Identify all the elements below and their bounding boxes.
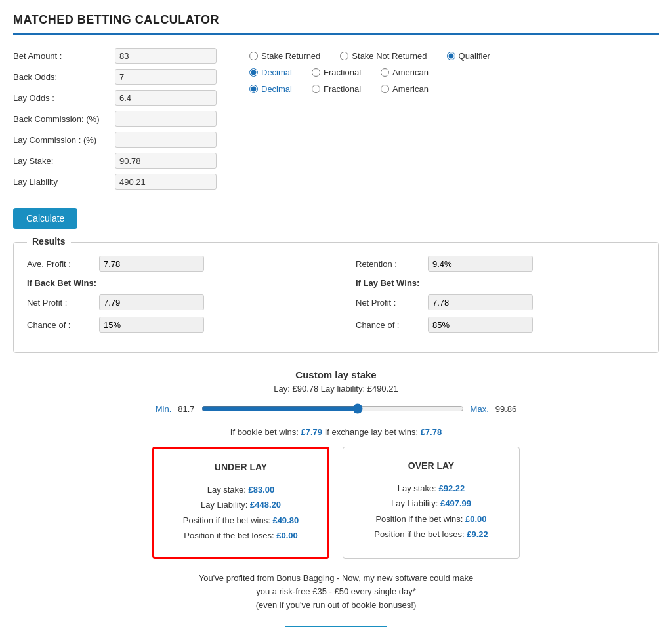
- lay-american-label: American: [392, 84, 429, 94]
- back-american-label: American: [392, 68, 429, 77]
- stake-not-returned-radio[interactable]: [340, 52, 348, 60]
- lay-decimal-label: Decimal: [261, 84, 292, 94]
- lay-odds-label: Lay Odds :: [13, 93, 115, 103]
- bet-amount-row: Bet Amount :: [13, 48, 223, 64]
- lay-commission-label: Lay Commission : (%): [13, 135, 115, 145]
- lay-chance-row: Chance of :: [356, 317, 645, 333]
- results-legend: Results: [27, 236, 71, 247]
- lay-commission-row: Lay Commission : (%): [13, 132, 223, 148]
- back-odds-input[interactable]: [115, 69, 217, 85]
- bet-amount-input[interactable]: [115, 48, 217, 64]
- lay-net-profit-row: Net Profit :: [356, 294, 645, 310]
- retention-label: Retention :: [356, 259, 428, 269]
- lay-liability-label: Lay Liability: [13, 177, 115, 187]
- lay-stake-field[interactable]: [115, 153, 217, 169]
- retention-value: [428, 256, 533, 272]
- radio-section: Stake Returned Stake Not Returned Qualif…: [249, 48, 659, 195]
- stake-returned-group: Stake Returned: [249, 51, 320, 61]
- custom-lay-section: Custom lay stake Lay: £90.78 Lay liabili…: [13, 369, 659, 414]
- over-lay-wins-value: £0.00: [465, 514, 487, 524]
- lay-decimal-group: Decimal: [249, 84, 292, 94]
- ave-profit-row: Ave. Profit :: [27, 256, 316, 272]
- lay-fractional-group: Fractional: [312, 84, 361, 94]
- lay-chance-label: Chance of :: [356, 320, 428, 330]
- retention-row: Retention :: [356, 256, 645, 272]
- promo-line3: (even if you've run out of bookie bonuse…: [13, 599, 659, 613]
- back-bet-header: If Back Bet Wins:: [27, 278, 316, 288]
- lay-odds-input[interactable]: [115, 90, 217, 106]
- bookie-text1: If bookie bet wins:: [230, 427, 301, 437]
- slider-row: Min. 81.7 Max. 99.86: [13, 403, 659, 414]
- over-lay-title: OVER LAY: [363, 460, 499, 471]
- bet-amount-label: Bet Amount :: [13, 51, 115, 61]
- min-value: 81.7: [178, 404, 194, 414]
- back-decimal-label: Decimal: [261, 68, 292, 77]
- back-decimal-radio[interactable]: [249, 68, 258, 77]
- bookie-text-line: If bookie bet wins: £7.79 If exchange la…: [13, 427, 659, 437]
- qualifier-group: Qualifier: [447, 51, 490, 61]
- over-lay-liability-line: Lay Liability: £497.99: [363, 496, 499, 511]
- header-divider: [13, 33, 659, 35]
- back-fractional-radio[interactable]: [312, 68, 320, 77]
- stake-not-returned-group: Stake Not Returned: [340, 51, 427, 61]
- ave-profit-label: Ave. Profit :: [27, 259, 99, 269]
- stake-returned-label: Stake Returned: [261, 51, 320, 61]
- lay-american-radio[interactable]: [381, 85, 389, 93]
- results-right-col: Retention : If Lay Bet Wins: Net Profit …: [356, 256, 645, 339]
- under-lay-loses-value: £0.00: [276, 531, 298, 540]
- back-decimal-group: Decimal: [249, 68, 292, 77]
- back-net-profit-row: Net Profit :: [27, 294, 316, 310]
- over-lay-box: OVER LAY Lay stake: £92.22 Lay Liability…: [343, 447, 520, 559]
- lay-odds-row: Lay Odds :: [13, 90, 223, 106]
- ave-profit-value: [99, 256, 204, 272]
- stake-radio-row: Stake Returned Stake Not Returned Qualif…: [249, 51, 659, 61]
- promo-line2: you a risk-free £35 - £50 every single d…: [13, 585, 659, 599]
- form-fields: Bet Amount : Back Odds: Lay Odds : Back …: [13, 48, 223, 195]
- lay-american-group: American: [381, 84, 429, 94]
- promo-line1: You've profited from Bonus Bagging - Now…: [13, 572, 659, 586]
- back-american-radio[interactable]: [381, 68, 389, 77]
- back-fractional-group: Fractional: [312, 68, 361, 77]
- underlay-overlay-container: UNDER LAY Lay stake: £83.00 Lay Liabilit…: [13, 447, 659, 559]
- qualifier-radio[interactable]: [447, 52, 455, 60]
- min-label: Min.: [156, 404, 172, 414]
- lay-decimal-radio[interactable]: [249, 85, 258, 93]
- back-chance-row: Chance of :: [27, 317, 316, 333]
- lay-net-profit-label: Net Profit :: [356, 298, 428, 308]
- under-lay-title: UNDER LAY: [174, 462, 308, 472]
- form-section: Bet Amount : Back Odds: Lay Odds : Back …: [13, 48, 659, 195]
- lay-bet-header: If Lay Bet Wins:: [356, 278, 645, 288]
- lay-liability-input[interactable]: [115, 174, 217, 190]
- lay-chance-value: [428, 317, 533, 333]
- over-lay-liability-value: £497.99: [440, 498, 471, 508]
- lay-fractional-radio[interactable]: [312, 85, 320, 93]
- custom-lay-title: Custom lay stake: [13, 369, 659, 380]
- over-lay-content: Lay stake: £92.22 Lay Liability: £497.99…: [363, 481, 499, 542]
- over-lay-loses-value: £9.22: [467, 529, 488, 539]
- lay-net-profit-value: [428, 294, 533, 310]
- back-odds-format-row: Decimal Fractional American: [249, 68, 659, 77]
- qualifier-label: Qualifier: [459, 51, 490, 61]
- max-label: Max.: [471, 404, 489, 414]
- over-lay-wins-line: Position if the bet wins: £0.00: [363, 512, 499, 527]
- under-lay-liability-line: Lay Liability: £448.20: [174, 497, 308, 512]
- results-left-col: Ave. Profit : If Back Bet Wins: Net Prof…: [27, 256, 316, 339]
- stake-not-returned-label: Stake Not Returned: [352, 51, 427, 61]
- under-lay-content: Lay stake: £83.00 Lay Liability: £448.20…: [174, 482, 308, 544]
- lay-commission-input[interactable]: [115, 132, 217, 148]
- back-commission-row: Back Commission: (%): [13, 111, 223, 127]
- calculate-button[interactable]: Calculate: [13, 208, 77, 229]
- back-commission-input[interactable]: [115, 111, 217, 127]
- lay-liability-row: Lay Liability: [13, 174, 223, 190]
- promo-text: You've profited from Bonus Bagging - Now…: [13, 572, 659, 613]
- under-lay-stake-value: £83.00: [249, 485, 275, 495]
- custom-lay-slider[interactable]: [201, 403, 464, 414]
- under-lay-liability-value: £448.20: [250, 500, 281, 510]
- lay-stake-row: Lay Stake:: [13, 153, 223, 169]
- bookie-amount2: £7.78: [421, 427, 442, 437]
- results-section: Results Ave. Profit : If Back Bet Wins: …: [13, 242, 659, 353]
- over-lay-loses-line: Position if the bet loses: £9.22: [363, 527, 499, 542]
- results-grid: Ave. Profit : If Back Bet Wins: Net Prof…: [27, 256, 645, 339]
- lay-fractional-label: Fractional: [324, 84, 361, 94]
- stake-returned-radio[interactable]: [249, 52, 258, 60]
